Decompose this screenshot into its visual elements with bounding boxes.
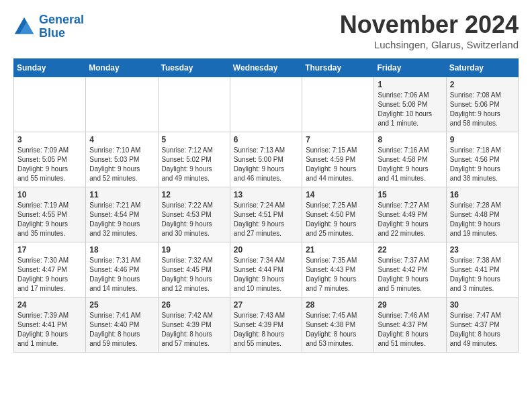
cell-w2-d3: 13Sunrise: 7:24 AM Sunset: 4:51 PM Dayli… xyxy=(230,187,302,242)
logo-line1: General xyxy=(39,13,84,26)
cell-w0-d3 xyxy=(230,77,302,132)
cell-w0-d1 xyxy=(86,77,158,132)
cell-w3-d5: 22Sunrise: 7:37 AM Sunset: 4:42 PM Dayli… xyxy=(374,242,446,298)
day-info: Sunrise: 7:16 AM Sunset: 4:58 PM Dayligh… xyxy=(378,146,442,183)
day-info: Sunrise: 7:30 AM Sunset: 4:47 PM Dayligh… xyxy=(17,256,82,293)
day-info: Sunrise: 7:09 AM Sunset: 5:05 PM Dayligh… xyxy=(17,146,82,183)
cell-w0-d4 xyxy=(302,77,374,132)
day-number: 23 xyxy=(450,245,515,255)
col-friday: Friday xyxy=(374,59,446,77)
day-number: 19 xyxy=(162,245,226,255)
day-number: 29 xyxy=(378,300,442,310)
day-info: Sunrise: 7:32 AM Sunset: 4:45 PM Dayligh… xyxy=(162,256,226,293)
day-info: Sunrise: 7:39 AM Sunset: 4:41 PM Dayligh… xyxy=(17,311,82,349)
cell-w3-d6: 23Sunrise: 7:38 AM Sunset: 4:41 PM Dayli… xyxy=(446,242,518,298)
day-info: Sunrise: 7:12 AM Sunset: 5:02 PM Dayligh… xyxy=(162,146,226,183)
day-info: Sunrise: 7:27 AM Sunset: 4:49 PM Dayligh… xyxy=(378,201,442,238)
calendar-table: Sunday Monday Tuesday Wednesday Thursday… xyxy=(13,58,519,353)
cell-w1-d1: 4Sunrise: 7:10 AM Sunset: 5:03 PM Daylig… xyxy=(86,132,158,187)
cell-w4-d2: 26Sunrise: 7:42 AM Sunset: 4:39 PM Dayli… xyxy=(158,298,230,353)
header-row: Sunday Monday Tuesday Wednesday Thursday… xyxy=(14,59,519,77)
day-number: 28 xyxy=(306,300,370,310)
logo-text: General Blue xyxy=(39,13,84,40)
day-info: Sunrise: 7:15 AM Sunset: 4:59 PM Dayligh… xyxy=(306,146,370,183)
day-number: 9 xyxy=(450,135,515,144)
cell-w4-d3: 27Sunrise: 7:43 AM Sunset: 4:39 PM Dayli… xyxy=(230,298,302,353)
week-row-3: 17Sunrise: 7:30 AM Sunset: 4:47 PM Dayli… xyxy=(14,242,519,298)
day-number: 17 xyxy=(17,245,82,255)
week-row-0: 1Sunrise: 7:06 AM Sunset: 5:08 PM Daylig… xyxy=(14,77,519,132)
day-number: 20 xyxy=(234,245,298,255)
day-info: Sunrise: 7:43 AM Sunset: 4:39 PM Dayligh… xyxy=(234,311,298,349)
day-info: Sunrise: 7:25 AM Sunset: 4:50 PM Dayligh… xyxy=(306,201,370,238)
day-number: 6 xyxy=(234,135,298,144)
cell-w0-d5: 1Sunrise: 7:06 AM Sunset: 5:08 PM Daylig… xyxy=(374,77,446,132)
cell-w4-d0: 24Sunrise: 7:39 AM Sunset: 4:41 PM Dayli… xyxy=(14,298,86,353)
day-number: 18 xyxy=(89,245,154,255)
day-info: Sunrise: 7:47 AM Sunset: 4:37 PM Dayligh… xyxy=(450,311,515,349)
week-row-1: 3Sunrise: 7:09 AM Sunset: 5:05 PM Daylig… xyxy=(14,132,519,187)
cell-w4-d6: 30Sunrise: 7:47 AM Sunset: 4:37 PM Dayli… xyxy=(446,298,518,353)
logo-icon xyxy=(13,16,35,38)
day-number: 1 xyxy=(378,80,442,89)
day-info: Sunrise: 7:42 AM Sunset: 4:39 PM Dayligh… xyxy=(162,311,226,349)
day-number: 3 xyxy=(17,135,82,144)
day-number: 27 xyxy=(234,300,298,310)
day-number: 11 xyxy=(89,190,154,199)
cell-w0-d6: 2Sunrise: 7:08 AM Sunset: 5:06 PM Daylig… xyxy=(446,77,518,132)
col-thursday: Thursday xyxy=(302,59,374,77)
day-number: 15 xyxy=(378,190,442,199)
day-info: Sunrise: 7:19 AM Sunset: 4:55 PM Dayligh… xyxy=(17,201,82,238)
day-info: Sunrise: 7:38 AM Sunset: 4:41 PM Dayligh… xyxy=(450,256,515,293)
day-number: 14 xyxy=(306,190,370,199)
cell-w1-d2: 5Sunrise: 7:12 AM Sunset: 5:02 PM Daylig… xyxy=(158,132,230,187)
day-info: Sunrise: 7:24 AM Sunset: 4:51 PM Dayligh… xyxy=(234,201,298,238)
day-info: Sunrise: 7:22 AM Sunset: 4:53 PM Dayligh… xyxy=(162,201,226,238)
day-number: 8 xyxy=(378,135,442,144)
day-info: Sunrise: 7:45 AM Sunset: 4:38 PM Dayligh… xyxy=(306,311,370,349)
day-number: 21 xyxy=(306,245,370,255)
cell-w3-d2: 19Sunrise: 7:32 AM Sunset: 4:45 PM Dayli… xyxy=(158,242,230,298)
cell-w3-d1: 18Sunrise: 7:31 AM Sunset: 4:46 PM Dayli… xyxy=(86,242,158,298)
day-number: 26 xyxy=(162,300,226,310)
col-wednesday: Wednesday xyxy=(230,59,302,77)
page: General Blue November 2024 Luchsingen, G… xyxy=(0,0,532,363)
day-number: 5 xyxy=(162,135,226,144)
cell-w4-d4: 28Sunrise: 7:45 AM Sunset: 4:38 PM Dayli… xyxy=(302,298,374,353)
day-info: Sunrise: 7:46 AM Sunset: 4:37 PM Dayligh… xyxy=(378,311,442,349)
day-number: 10 xyxy=(17,190,82,199)
logo-line2: Blue xyxy=(39,26,65,40)
day-info: Sunrise: 7:34 AM Sunset: 4:44 PM Dayligh… xyxy=(234,256,298,293)
day-number: 4 xyxy=(89,135,154,144)
day-info: Sunrise: 7:35 AM Sunset: 4:43 PM Dayligh… xyxy=(306,256,370,293)
location: Luchsingen, Glarus, Switzerland xyxy=(340,39,519,50)
col-sunday: Sunday xyxy=(14,59,86,77)
cell-w0-d2 xyxy=(158,77,230,132)
header: General Blue November 2024 Luchsingen, G… xyxy=(13,11,519,50)
day-number: 30 xyxy=(450,300,515,310)
cell-w3-d0: 17Sunrise: 7:30 AM Sunset: 4:47 PM Dayli… xyxy=(14,242,86,298)
cell-w0-d0 xyxy=(14,77,86,132)
day-info: Sunrise: 7:31 AM Sunset: 4:46 PM Dayligh… xyxy=(89,256,154,293)
day-info: Sunrise: 7:10 AM Sunset: 5:03 PM Dayligh… xyxy=(89,146,154,183)
cell-w2-d4: 14Sunrise: 7:25 AM Sunset: 4:50 PM Dayli… xyxy=(302,187,374,242)
day-number: 22 xyxy=(378,245,442,255)
cell-w1-d4: 7Sunrise: 7:15 AM Sunset: 4:59 PM Daylig… xyxy=(302,132,374,187)
day-number: 25 xyxy=(89,300,154,310)
cell-w3-d3: 20Sunrise: 7:34 AM Sunset: 4:44 PM Dayli… xyxy=(230,242,302,298)
day-info: Sunrise: 7:21 AM Sunset: 4:54 PM Dayligh… xyxy=(89,201,154,238)
day-info: Sunrise: 7:06 AM Sunset: 5:08 PM Dayligh… xyxy=(378,91,442,128)
title-block: November 2024 Luchsingen, Glarus, Switze… xyxy=(340,11,519,50)
day-number: 12 xyxy=(162,190,226,199)
cell-w1-d6: 9Sunrise: 7:18 AM Sunset: 4:56 PM Daylig… xyxy=(446,132,518,187)
day-number: 16 xyxy=(450,190,515,199)
cell-w2-d0: 10Sunrise: 7:19 AM Sunset: 4:55 PM Dayli… xyxy=(14,187,86,242)
cell-w2-d6: 16Sunrise: 7:28 AM Sunset: 4:48 PM Dayli… xyxy=(446,187,518,242)
cell-w2-d1: 11Sunrise: 7:21 AM Sunset: 4:54 PM Dayli… xyxy=(86,187,158,242)
week-row-2: 10Sunrise: 7:19 AM Sunset: 4:55 PM Dayli… xyxy=(14,187,519,242)
day-info: Sunrise: 7:37 AM Sunset: 4:42 PM Dayligh… xyxy=(378,256,442,293)
day-info: Sunrise: 7:13 AM Sunset: 5:00 PM Dayligh… xyxy=(234,146,298,183)
day-info: Sunrise: 7:18 AM Sunset: 4:56 PM Dayligh… xyxy=(450,146,515,183)
cell-w3-d4: 21Sunrise: 7:35 AM Sunset: 4:43 PM Dayli… xyxy=(302,242,374,298)
cell-w2-d2: 12Sunrise: 7:22 AM Sunset: 4:53 PM Dayli… xyxy=(158,187,230,242)
